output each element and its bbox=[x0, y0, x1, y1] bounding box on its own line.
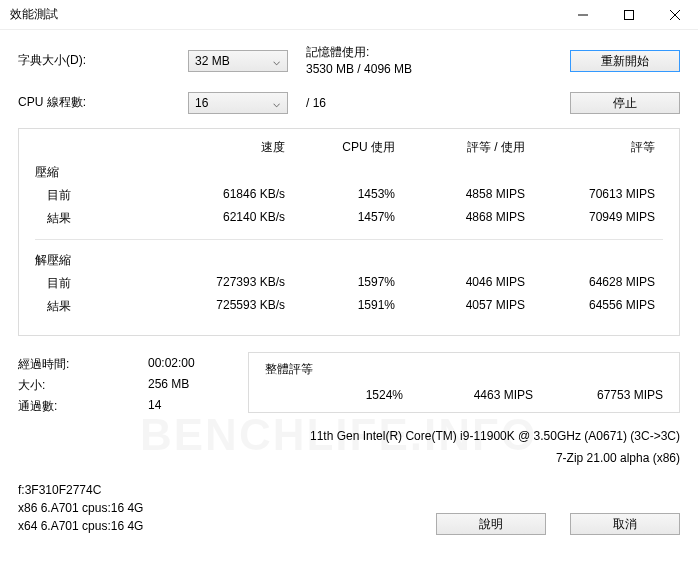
cell-cpu: 1591% bbox=[285, 298, 395, 315]
header-rating-usage: 評等 / 使用 bbox=[395, 139, 525, 156]
chevron-down-icon: ⌵ bbox=[269, 54, 283, 68]
results-panel: 速度 CPU 使用 評等 / 使用 評等 壓縮 目前 61846 KB/s 14… bbox=[18, 128, 680, 336]
svg-rect-1 bbox=[625, 10, 634, 19]
cell-ru: 4868 MIPS bbox=[395, 210, 525, 227]
elapsed-value: 00:02:00 bbox=[148, 356, 195, 373]
cell-cpu: 1457% bbox=[285, 210, 395, 227]
header-cpu-usage: CPU 使用 bbox=[285, 139, 395, 156]
cancel-button[interactable]: 取消 bbox=[570, 513, 680, 535]
maximize-button[interactable] bbox=[606, 0, 652, 30]
cell-rating: 70613 MIPS bbox=[525, 187, 655, 204]
stop-button[interactable]: 停止 bbox=[570, 92, 680, 114]
cell-rating: 70949 MIPS bbox=[525, 210, 655, 227]
cell-speed: 61846 KB/s bbox=[155, 187, 285, 204]
row-label: 結果 bbox=[35, 298, 155, 315]
memory-value: 3530 MB / 4096 MB bbox=[306, 61, 570, 78]
dict-size-select[interactable]: 32 MB ⌵ bbox=[188, 50, 288, 72]
restart-button[interactable]: 重新開始 bbox=[570, 50, 680, 72]
help-button[interactable]: 說明 bbox=[436, 513, 546, 535]
memory-label: 記憶體使用: bbox=[306, 44, 570, 61]
threads-select[interactable]: 16 ⌵ bbox=[188, 92, 288, 114]
header-speed: 速度 bbox=[155, 139, 285, 156]
overall-panel: 整體評等 1524% 4463 MIPS 67753 MIPS bbox=[248, 352, 680, 413]
compress-current-row: 目前 61846 KB/s 1453% 4858 MIPS 70613 MIPS bbox=[35, 187, 663, 204]
decompress-current-row: 目前 727393 KB/s 1597% 4046 MIPS 64628 MIP… bbox=[35, 275, 663, 292]
cell-cpu: 1597% bbox=[285, 275, 395, 292]
cell-speed: 725593 KB/s bbox=[155, 298, 285, 315]
threads-label: CPU 線程數: bbox=[18, 94, 188, 111]
decompress-section-label: 解壓縮 bbox=[35, 252, 663, 269]
chevron-down-icon: ⌵ bbox=[269, 96, 283, 110]
row-label: 結果 bbox=[35, 210, 155, 227]
cell-rating: 64628 MIPS bbox=[525, 275, 655, 292]
threads-total: / 16 bbox=[288, 96, 408, 110]
cell-ru: 4858 MIPS bbox=[395, 187, 525, 204]
elapsed-label: 經過時間: bbox=[18, 356, 148, 373]
watermark: BENCHLIFE.INFO bbox=[140, 410, 537, 460]
compress-result-row: 結果 62140 KB/s 1457% 4868 MIPS 70949 MIPS bbox=[35, 210, 663, 227]
overall-label: 整體評等 bbox=[265, 361, 663, 378]
minimize-button[interactable] bbox=[560, 0, 606, 30]
cell-speed: 727393 KB/s bbox=[155, 275, 285, 292]
cell-ru: 4046 MIPS bbox=[395, 275, 525, 292]
cell-ru: 4057 MIPS bbox=[395, 298, 525, 315]
sysinfo-line3: x64 6.A701 cpus:16 4G bbox=[18, 517, 436, 535]
row-label: 目前 bbox=[35, 187, 155, 204]
header-rating: 評等 bbox=[525, 139, 655, 156]
sysinfo-line1: f:3F310F2774C bbox=[18, 481, 436, 499]
size-label: 大小: bbox=[18, 377, 148, 394]
divider bbox=[35, 239, 663, 240]
cell-cpu: 1453% bbox=[285, 187, 395, 204]
close-button[interactable] bbox=[652, 0, 698, 30]
overall-ru: 4463 MIPS bbox=[403, 388, 533, 402]
dict-size-value: 32 MB bbox=[195, 54, 230, 68]
cell-speed: 62140 KB/s bbox=[155, 210, 285, 227]
window-title: 效能測試 bbox=[10, 6, 560, 23]
sysinfo-line2: x86 6.A701 cpus:16 4G bbox=[18, 499, 436, 517]
overall-rating: 67753 MIPS bbox=[533, 388, 663, 402]
passes-label: 通過數: bbox=[18, 398, 148, 415]
decompress-result-row: 結果 725593 KB/s 1591% 4057 MIPS 64556 MIP… bbox=[35, 298, 663, 315]
threads-value: 16 bbox=[195, 96, 208, 110]
dict-size-label: 字典大小(D): bbox=[18, 52, 188, 69]
size-value: 256 MB bbox=[148, 377, 189, 394]
compress-section-label: 壓縮 bbox=[35, 164, 663, 181]
row-label: 目前 bbox=[35, 275, 155, 292]
cell-rating: 64556 MIPS bbox=[525, 298, 655, 315]
titlebar: 效能測試 bbox=[0, 0, 698, 30]
overall-cpu: 1524% bbox=[293, 388, 403, 402]
